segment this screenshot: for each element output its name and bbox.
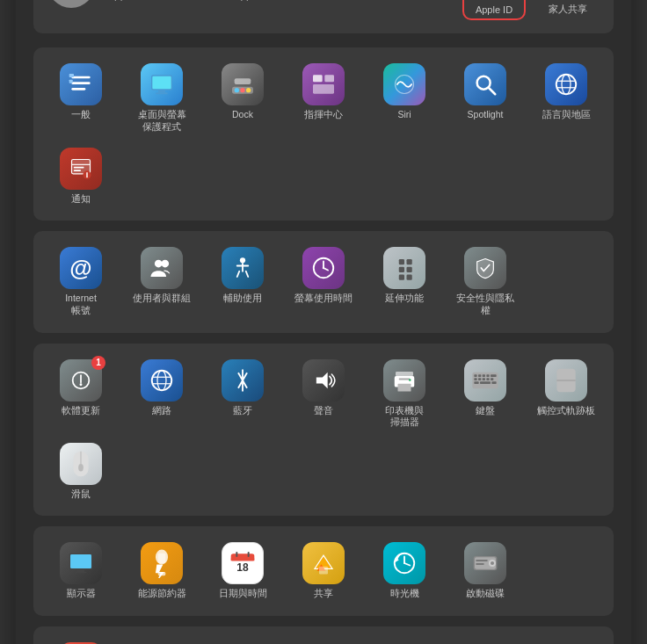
- pref-internet[interactable]: @ Internet 帳號: [42, 243, 120, 320]
- svg-rect-9: [152, 76, 171, 90]
- svg-line-101: [404, 563, 410, 566]
- pref-security[interactable]: 安全性與隱私權: [447, 243, 524, 320]
- svg-point-36: [161, 260, 169, 268]
- pref-general-label: 一般: [71, 109, 91, 121]
- pref-sharing-label: 共享: [314, 588, 333, 600]
- pref-software-update[interactable]: 1 軟體更新: [42, 356, 120, 432]
- pref-security-label: 安全性與隱私權: [455, 293, 515, 316]
- pref-network[interactable]: 網路: [123, 356, 200, 432]
- pref-desktop-label: 桌面與螢幕 保護程式: [138, 109, 186, 133]
- pref-internet-label: Internet 帳號: [65, 293, 97, 316]
- svg-rect-65: [474, 374, 476, 377]
- notifications-icon: [69, 156, 93, 181]
- svg-rect-72: [483, 378, 485, 380]
- pref-mission-label: 指揮中心: [304, 109, 343, 121]
- pref-trackpad[interactable]: 觸控式軌跡板: [527, 356, 605, 432]
- content-area: 👤 Rachel Jian Apple ID、iCloud、媒體與 App St…: [16, 0, 631, 644]
- profile-subtitle: Apple ID、iCloud、媒體與 App Store: [107, 0, 462, 3]
- pref-extensions[interactable]: 延伸功能: [366, 243, 443, 320]
- mission-control-icon: [309, 70, 338, 98]
- svg-rect-31: [74, 170, 81, 171]
- pref-accessibility-label: 輔助使用: [223, 293, 262, 305]
- pref-language[interactable]: 語言與地區: [527, 60, 605, 136]
- pref-bluetooth[interactable]: 藍牙: [204, 356, 281, 432]
- extensions-icon: [391, 255, 418, 281]
- pref-trackpad-label: 觸控式軌跡板: [537, 405, 595, 417]
- svg-point-63: [409, 379, 411, 381]
- pref-sharing[interactable]: 共享: [285, 539, 362, 604]
- svg-rect-45: [407, 267, 412, 272]
- pref-screentime[interactable]: 螢幕使用時間: [285, 243, 362, 320]
- svg-point-13: [235, 88, 239, 92]
- pref-mouse[interactable]: 滑鼠: [42, 439, 120, 504]
- energy-icon: [150, 548, 173, 578]
- svg-rect-88: [158, 554, 166, 563]
- dock-icon: [229, 70, 257, 98]
- svg-rect-30: [74, 166, 84, 168]
- pref-mission[interactable]: 指揮中心: [285, 60, 362, 136]
- pref-general[interactable]: 一般: [42, 60, 120, 136]
- svg-point-24: [562, 75, 571, 95]
- svg-rect-5: [71, 88, 85, 90]
- software-update-icon: [69, 368, 93, 393]
- apple-id-button[interactable]: Apple ID: [462, 0, 526, 20]
- icon-grid-5: Java Java: [42, 639, 605, 644]
- siri-icon: [392, 72, 417, 97]
- pref-printers[interactable]: 印表機與 掃描器: [366, 356, 443, 432]
- pref-startup[interactable]: 啟動磁碟: [447, 539, 524, 604]
- svg-rect-62: [399, 378, 411, 380]
- pref-java[interactable]: Java Java: [42, 639, 120, 644]
- network-icon: [149, 367, 175, 394]
- icon-grid-3: 1 軟體更新 網路: [42, 356, 605, 504]
- svg-point-34: [86, 176, 88, 177]
- pref-timemachine[interactable]: 時光機: [366, 539, 443, 604]
- svg-rect-18: [324, 76, 334, 83]
- pref-dock[interactable]: Dock: [204, 60, 281, 136]
- users-icon: [149, 255, 175, 281]
- svg-rect-47: [407, 275, 412, 280]
- svg-rect-86: [75, 572, 86, 573]
- security-icon: [473, 256, 498, 280]
- grid-section-2: @ Internet 帳號 使用者與群組: [33, 231, 614, 332]
- svg-rect-11: [156, 93, 167, 95]
- pref-network-label: 網路: [152, 405, 171, 417]
- svg-point-14: [240, 88, 244, 92]
- svg-rect-4: [71, 83, 90, 85]
- pref-energy-label: 能源節約器: [138, 588, 186, 600]
- pref-sound-label: 聲音: [314, 405, 333, 417]
- svg-rect-3: [71, 76, 90, 79]
- family-sharing-button[interactable]: 家人共享: [536, 0, 600, 21]
- mouse-icon: [72, 450, 90, 478]
- profile-icons: Apple ID 家人共享: [462, 0, 600, 21]
- pref-displays[interactable]: 顯示器: [42, 539, 120, 604]
- grid-section-5: Java Java: [33, 626, 614, 644]
- trackpad-icon: [554, 366, 578, 394]
- pref-users[interactable]: 使用者與群組: [123, 243, 200, 320]
- svg-rect-61: [398, 383, 411, 391]
- svg-point-37: [240, 257, 245, 263]
- pref-screentime-label: 螢幕使用時間: [294, 293, 353, 305]
- svg-rect-17: [313, 76, 323, 83]
- icon-grid-4: 顯示器 能源節約器: [42, 539, 605, 604]
- svg-point-52: [157, 370, 166, 390]
- pref-spotlight[interactable]: Spotlight: [447, 60, 524, 136]
- pref-energy[interactable]: 能源節約器: [123, 539, 200, 604]
- pref-accessibility[interactable]: 輔助使用: [204, 243, 281, 320]
- svg-point-106: [491, 561, 494, 565]
- pref-notifications-label: 通知: [71, 193, 91, 206]
- svg-rect-98: [319, 567, 328, 575]
- pref-language-label: 語言與地區: [542, 109, 591, 121]
- pref-sound[interactable]: 聲音: [285, 356, 362, 432]
- svg-rect-85: [77, 570, 84, 573]
- svg-rect-73: [486, 378, 489, 380]
- screentime-icon: [310, 255, 337, 281]
- pref-displays-label: 顯示器: [67, 588, 96, 600]
- pref-siri[interactable]: Siri: [366, 60, 443, 136]
- main-window: ‹ › ⠿ 系統偏好設定 🔍 👤 Rachel Jian Apple ID、iC…: [16, 0, 631, 644]
- pref-datetime[interactable]: 18 日期與時間: [204, 539, 281, 604]
- pref-desktop[interactable]: 桌面與螢幕 保護程式: [123, 60, 200, 136]
- pref-keyboard[interactable]: 鍵盤: [447, 356, 524, 432]
- svg-rect-92: [231, 559, 255, 561]
- pref-notifications[interactable]: 通知: [42, 144, 120, 209]
- pref-users-label: 使用者與群組: [133, 293, 191, 305]
